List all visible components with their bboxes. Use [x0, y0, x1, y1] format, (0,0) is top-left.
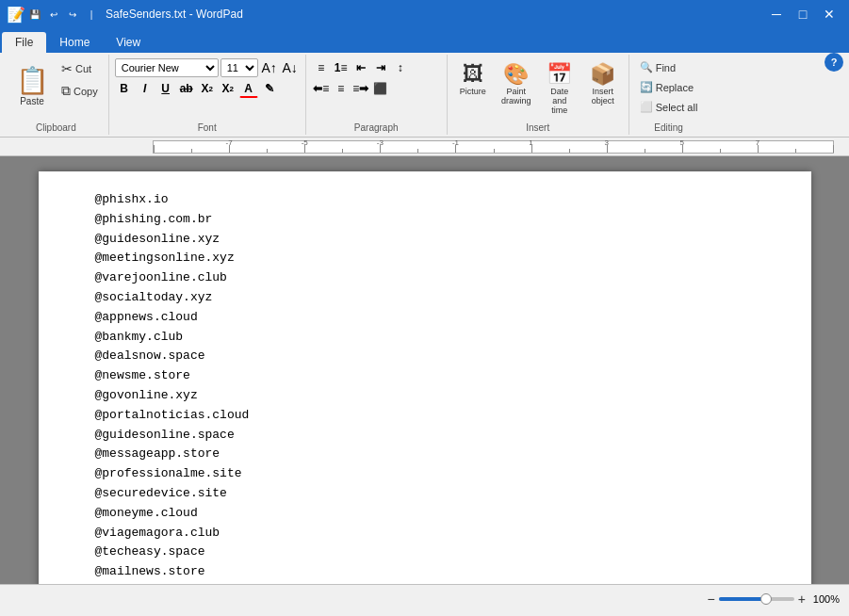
- window-title: SafeSenders.txt - WordPad: [106, 8, 243, 21]
- zoom-control: − + 100%: [707, 592, 840, 607]
- indent-inc-button[interactable]: ⇥: [371, 58, 390, 77]
- tab-home[interactable]: Home: [46, 32, 103, 53]
- picture-button[interactable]: 🖼 Picture: [453, 58, 493, 100]
- justify-button[interactable]: ⬛: [371, 79, 390, 98]
- clipboard-content: 📋 Paste ✂ Cut ⧉ Copy: [9, 57, 103, 121]
- ribbon-group-clipboard: 📋 Paste ✂ Cut ⧉ Copy Clipboard: [4, 55, 109, 135]
- paint-button[interactable]: 🎨 Paintdrawing: [497, 58, 536, 109]
- ribbon-body: 📋 Paste ✂ Cut ⧉ Copy Clipboard: [0, 53, 849, 138]
- paste-label: Paste: [20, 96, 44, 106]
- insert-object-icon: 📦: [590, 62, 615, 87]
- save-qat-button[interactable]: 💾: [26, 6, 43, 23]
- paragraph-content: ≡ 1≡ ⇤ ⇥ ↕ ⬅≡ ≡ ≡➡ ⬛: [312, 57, 441, 121]
- paste-button[interactable]: 📋 Paste: [9, 58, 55, 115]
- paragraph-label: Paragraph: [354, 122, 399, 133]
- replace-button[interactable]: 🔄 Replace: [635, 78, 703, 96]
- paragraph-controls: ≡ 1≡ ⇤ ⇥ ↕ ⬅≡ ≡ ≡➡ ⬛: [312, 58, 410, 98]
- ruler-label: -7: [226, 138, 233, 147]
- document-line: @phishing.com.br: [95, 210, 755, 230]
- grow-font-button[interactable]: A↑: [260, 58, 279, 77]
- ruler-label: 3: [604, 138, 608, 147]
- copy-button[interactable]: ⧉ Copy: [57, 80, 103, 102]
- zoom-out-button[interactable]: −: [707, 592, 714, 607]
- title-bar-left: 📝 💾 ↩ ↪ | SafeSenders.txt - WordPad: [8, 6, 243, 23]
- insert-object-button[interactable]: 📦 Insertobject: [583, 58, 623, 109]
- clipboard-label: Clipboard: [36, 122, 76, 133]
- document-line: @guidesonline.space: [95, 426, 755, 446]
- document-line: @sharesocial.online: [95, 582, 755, 584]
- ruler-mark: [833, 145, 834, 153]
- tab-view[interactable]: View: [103, 32, 154, 53]
- ribbon-tabs: File Home View ?: [0, 28, 849, 53]
- font-row-2: B I U ab X2 X2 A ✎: [115, 79, 300, 98]
- maximize-button[interactable]: □: [791, 5, 815, 24]
- find-icon: 🔍: [640, 61, 653, 73]
- zoom-slider-thumb: [760, 593, 772, 605]
- ribbon-group-editing: 🔍 Find 🔄 Replace ⬜ Select all Editing: [629, 55, 709, 135]
- font-size-select[interactable]: 11: [220, 58, 258, 77]
- highlight-button[interactable]: ✎: [260, 79, 279, 98]
- ruler-label: 5: [680, 138, 684, 147]
- document-line: @viagemagora.club: [95, 524, 755, 543]
- close-button[interactable]: ✕: [817, 5, 841, 24]
- font-color-button[interactable]: A: [239, 79, 258, 98]
- picture-icon: 🖼: [463, 62, 483, 87]
- select-all-button[interactable]: ⬜ Select all: [635, 98, 703, 116]
- minimize-button[interactable]: ─: [764, 5, 789, 24]
- cut-button[interactable]: ✂ Cut: [57, 58, 103, 79]
- ruler: -7-5-3-11357: [0, 138, 849, 156]
- bullets-button[interactable]: ≡: [312, 58, 331, 77]
- zoom-slider[interactable]: [719, 597, 794, 601]
- document-line: @meetingsonline.xyz: [95, 249, 755, 268]
- ruler-mark: [154, 145, 155, 153]
- ruler-mark: [191, 149, 192, 153]
- line-spacing-button[interactable]: ↕: [391, 58, 410, 77]
- cut-label: Cut: [75, 63, 91, 74]
- ruler-label: -3: [377, 138, 384, 147]
- document-line: @moneyme.cloud: [95, 504, 755, 524]
- indent-dec-button[interactable]: ⇤: [351, 58, 370, 77]
- zoom-in-button[interactable]: +: [798, 592, 806, 607]
- document-area[interactable]: @phishx.io@phishing.com.br@guidesonline.…: [0, 156, 849, 584]
- font-content: Courier New 11 A↑ A↓ B I U ab X2 X2 A: [115, 57, 300, 121]
- font-name-select[interactable]: Courier New: [115, 58, 219, 77]
- bold-button[interactable]: B: [115, 79, 134, 98]
- numbering-button[interactable]: 1≡: [332, 58, 351, 77]
- replace-icon: 🔄: [640, 81, 653, 93]
- align-right-button[interactable]: ≡➡: [351, 79, 370, 98]
- paint-label: Paintdrawing: [501, 87, 531, 105]
- ribbon-group-font: Courier New 11 A↑ A↓ B I U ab X2 X2 A: [109, 55, 306, 135]
- quick-access-toolbar: 📝 💾 ↩ ↪ |: [8, 6, 100, 23]
- picture-label: Picture: [460, 87, 486, 96]
- undo-qat-button[interactable]: ↩: [45, 6, 62, 23]
- strikethrough-button[interactable]: ab: [177, 79, 196, 98]
- shrink-font-button[interactable]: A↓: [281, 58, 300, 77]
- paste-icon: 📋: [16, 68, 49, 94]
- ribbon-group-insert: 🖼 Picture 🎨 Paintdrawing 📅 Date andtime …: [448, 55, 629, 135]
- redo-qat-button[interactable]: ↪: [64, 6, 81, 23]
- ruler-mark: [417, 149, 418, 153]
- para-row-1: ≡ 1≡ ⇤ ⇥ ↕: [312, 58, 410, 77]
- italic-button[interactable]: I: [136, 79, 155, 98]
- ribbon-group-paragraph: ≡ 1≡ ⇤ ⇥ ↕ ⬅≡ ≡ ≡➡ ⬛ Paragraph: [306, 55, 448, 135]
- document-line: @appnews.cloud: [95, 308, 755, 328]
- wordpad-icon: 📝: [8, 6, 24, 23]
- find-button[interactable]: 🔍 Find: [635, 58, 703, 76]
- para-row-2: ⬅≡ ≡ ≡➡ ⬛: [312, 79, 410, 98]
- superscript-button[interactable]: X2: [219, 79, 237, 98]
- document-line: @dealsnow.space: [95, 347, 755, 366]
- underline-button[interactable]: U: [156, 79, 175, 98]
- tab-file[interactable]: File: [2, 32, 46, 53]
- replace-label: Replace: [656, 82, 694, 93]
- document-line: @portalnoticias.cloud: [95, 406, 755, 426]
- insert-buttons: 🖼 Picture 🎨 Paintdrawing 📅 Date andtime …: [453, 58, 623, 119]
- align-center-button[interactable]: ≡: [332, 79, 351, 98]
- ruler-mark: [569, 149, 570, 153]
- help-button[interactable]: ?: [825, 53, 843, 72]
- qat-separator: |: [83, 6, 100, 23]
- datetime-icon: 📅: [547, 62, 572, 87]
- subscript-button[interactable]: X2: [198, 79, 217, 98]
- align-left-button[interactable]: ⬅≡: [312, 79, 331, 98]
- datetime-button[interactable]: 📅 Date andtime: [540, 58, 580, 119]
- title-bar: 📝 💾 ↩ ↪ | SafeSenders.txt - WordPad ─ □ …: [0, 0, 849, 28]
